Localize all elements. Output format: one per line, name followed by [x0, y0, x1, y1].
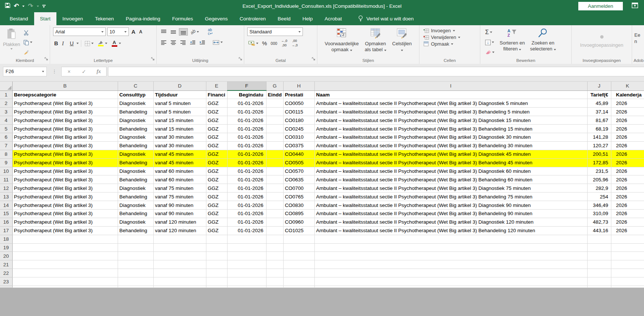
cell-H4[interactable]: CO0180 — [283, 116, 314, 125]
cell-K21[interactable] — [611, 260, 644, 269]
formula-input[interactable] — [108, 67, 644, 76]
cell-K22[interactable] — [611, 269, 644, 277]
cell-D15[interactable]: vanaf 90 minuten — [153, 209, 206, 218]
select-all-corner[interactable] — [0, 82, 12, 90]
cell-G5[interactable] — [266, 125, 283, 133]
decrease-font-size-button[interactable]: A — [138, 29, 144, 35]
tab-tekenen[interactable]: Tekenen — [89, 12, 120, 25]
cell-J23[interactable] — [587, 277, 611, 286]
cell-C7[interactable]: Behandeling — [118, 141, 153, 150]
cell-D16[interactable]: vanaf 120 minuten — [153, 218, 206, 226]
cell-K9[interactable]: 2026 — [611, 158, 644, 167]
cell-H1[interactable]: Prestati — [283, 90, 314, 99]
cell-G13[interactable] — [266, 192, 283, 201]
cell-H12[interactable]: CO0700 — [283, 184, 314, 192]
cell-E11[interactable]: GGZ — [206, 175, 227, 184]
cell-D4[interactable]: vanaf 15 minuten — [153, 116, 206, 125]
cell-D13[interactable]: vanaf 75 minuten — [153, 192, 206, 201]
cell-K4[interactable]: 2026 — [611, 116, 644, 125]
cell-E16[interactable]: GGZ — [206, 218, 227, 226]
column-header-G[interactable]: G — [266, 82, 283, 90]
cell-K13[interactable]: 2026 — [611, 192, 644, 201]
cell-H18[interactable] — [283, 235, 314, 243]
cell-E14[interactable]: GGZ — [206, 201, 227, 210]
cell-H[interactable] — [283, 286, 314, 287]
cell-K6[interactable]: 2026 — [611, 133, 644, 141]
cell-G6[interactable] — [266, 133, 283, 141]
cell-D17[interactable]: vanaf 120 minuten — [153, 226, 206, 235]
comma-style-button[interactable]: 000 — [269, 40, 278, 46]
cell-G1[interactable]: Eindd — [266, 90, 283, 99]
cell-E4[interactable]: GGZ — [206, 116, 227, 125]
cell-B20[interactable] — [12, 252, 118, 260]
cell-F7[interactable]: 01-01-2026 — [227, 141, 266, 150]
underline-button[interactable]: U — [69, 40, 75, 47]
cell-G23[interactable] — [266, 277, 283, 286]
cell-G19[interactable] — [266, 243, 283, 252]
delete-cells-button[interactable]: Verwijderen — [423, 34, 479, 40]
cell-D3[interactable]: vanaf 5 minuten — [153, 108, 206, 116]
row-header-14[interactable]: 14 — [0, 201, 12, 210]
cell-D11[interactable]: vanaf 60 minuten — [153, 175, 206, 184]
copy-button[interactable] — [22, 38, 33, 46]
borders-button[interactable] — [84, 40, 95, 47]
cell-F23[interactable] — [227, 277, 266, 286]
cell-G4[interactable] — [266, 116, 283, 125]
save-icon[interactable] — [5, 3, 10, 10]
cell-C6[interactable]: Diagnostiek — [118, 133, 153, 141]
cell-K18[interactable] — [611, 235, 644, 243]
cell-G15[interactable] — [266, 209, 283, 218]
cell-J[interactable] — [587, 286, 611, 287]
cell-C[interactable] — [118, 286, 153, 287]
cell-I19[interactable] — [314, 243, 587, 252]
column-header-D[interactable]: D — [153, 82, 206, 90]
cell-K10[interactable]: 2026 — [611, 167, 644, 175]
cell-I18[interactable] — [314, 235, 587, 243]
cell-K17[interactable]: 2026 — [611, 226, 644, 235]
ribbon-display-options-icon[interactable] — [632, 3, 638, 10]
cell-I1[interactable]: Naam — [314, 90, 587, 99]
cell-G16[interactable] — [266, 218, 283, 226]
cell-C17[interactable]: Behandeling — [118, 226, 153, 235]
orientation-button[interactable]: ab — [189, 29, 200, 35]
format-as-table-button[interactable]: Opmakenals tabel — [362, 27, 389, 57]
row-header-2[interactable]: 2 — [0, 99, 12, 108]
font-dialog-launcher-icon[interactable] — [151, 56, 155, 62]
format-cells-button[interactable]: Opmaak — [423, 41, 479, 47]
cell-I14[interactable]: Ambulant – kwaliteitsstatuut sectie II P… — [314, 201, 587, 210]
cell-F15[interactable]: 01-01-2026 — [227, 209, 266, 218]
cell-E15[interactable]: GGZ — [206, 209, 227, 218]
cell-D[interactable] — [153, 286, 206, 287]
cell-H2[interactable]: CO0050 — [283, 99, 314, 108]
tab-start[interactable]: Start — [34, 12, 57, 25]
cell-E1[interactable]: Financi — [206, 90, 227, 99]
cell-G12[interactable] — [266, 184, 283, 192]
cell-E13[interactable]: GGZ — [206, 192, 227, 201]
cell-D20[interactable] — [153, 252, 206, 260]
autosum-button[interactable]: Σ — [484, 28, 496, 37]
align-center-button[interactable] — [169, 39, 177, 46]
cell-C9[interactable]: Behandeling — [118, 158, 153, 167]
number-format-select[interactable]: Standaard — [247, 27, 303, 36]
row-header-13[interactable]: 13 — [0, 192, 12, 201]
fill-color-button[interactable] — [96, 40, 108, 47]
cell-J22[interactable] — [587, 269, 611, 277]
cell-H23[interactable] — [283, 277, 314, 286]
column-header-B[interactable]: B — [12, 82, 118, 90]
cell-H13[interactable]: CO0765 — [283, 192, 314, 201]
cell-G[interactable] — [266, 286, 283, 287]
cell-H14[interactable]: CO0830 — [283, 201, 314, 210]
row-header-16[interactable]: 16 — [0, 218, 12, 226]
tab-formules[interactable]: Formules — [166, 12, 199, 25]
row-header-18[interactable]: 18 — [0, 235, 12, 243]
cell-G3[interactable] — [266, 108, 283, 116]
cell-K14[interactable]: 2026 — [611, 201, 644, 210]
cell-F18[interactable] — [227, 235, 266, 243]
cell-I13[interactable]: Ambulant – kwaliteitsstatuut sectie II P… — [314, 192, 587, 201]
percent-style-button[interactable]: % — [261, 39, 268, 47]
sign-in-button[interactable]: Aanmelden — [578, 2, 623, 10]
cell-I11[interactable]: Ambulant – kwaliteitsstatuut sectie II P… — [314, 175, 587, 184]
clear-button[interactable] — [484, 48, 496, 57]
cell-J21[interactable] — [587, 260, 611, 269]
alignment-dialog-launcher-icon[interactable] — [239, 56, 242, 62]
